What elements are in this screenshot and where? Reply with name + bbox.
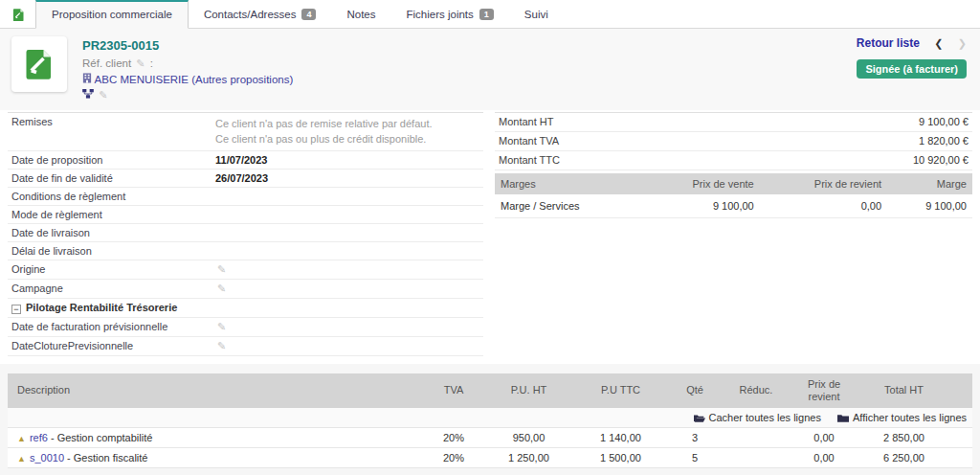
back-to-list-link[interactable]: Retour liste	[857, 36, 920, 50]
field-row-conditions-reglement: Conditions de règlement	[8, 187, 483, 205]
ref-client-line: Réf. client ✎ :	[82, 56, 293, 72]
left-fields-table: Remises Ce client n'a pas de remise rela…	[8, 112, 483, 356]
tab-fichiers-joints[interactable]: Fichiers joints1	[391, 2, 509, 28]
line-qty: 3	[667, 428, 723, 448]
field-value	[212, 241, 483, 260]
field-value	[212, 187, 483, 205]
edit-pencil-icon[interactable]: ✎	[215, 263, 228, 275]
service-icon: ▲	[17, 434, 26, 443]
edit-pencil-icon[interactable]: ✎	[215, 340, 228, 351]
ref-client-separator: :	[150, 57, 153, 69]
edit-pencil-icon[interactable]: ✎	[97, 89, 109, 101]
total-row-ttc: Montant TTC 10 920,00 €	[495, 150, 972, 170]
line-total-ht: 6 250,00	[858, 448, 949, 468]
col-header-description: Description	[8, 373, 424, 408]
banner-info: PR2305-0015 Réf. client ✎ : ABC MENUISER…	[82, 36, 293, 104]
tab-label: Suivi	[524, 9, 548, 20]
margins-header: Marges	[495, 173, 641, 194]
lines-toggle-cell: Cacher toutes les lignes Afficher toutes…	[8, 408, 972, 428]
line-ref-link[interactable]: s_0010	[30, 452, 64, 464]
tab-label: Contacts/Adresses	[204, 9, 297, 20]
tab-label: Proposition commerciale	[52, 9, 172, 20]
field-value	[212, 223, 483, 241]
field-value	[212, 205, 483, 223]
field-value: Ce client n'a pas de remise relative par…	[212, 112, 483, 150]
col-header-actions	[949, 373, 972, 408]
tab-suivi[interactable]: Suivi	[509, 2, 564, 28]
line-cost: 0,00	[790, 428, 858, 448]
line-total-ht: 2 850,00	[858, 428, 949, 448]
total-label: Montant HT	[495, 112, 744, 131]
total-label: Montant TVA	[495, 131, 744, 150]
lines-section: Description TVA P.U. HT P.U TTC Qté Rédu…	[8, 373, 972, 468]
line-row-1: ▲ref6 - Gestion comptabilité 20% 950,00 …	[8, 428, 972, 448]
margin-label: Marge / Services	[495, 194, 641, 218]
line-pu-ttc: 1 140,00	[574, 428, 667, 448]
fields-section: Remises Ce client n'a pas de remise rela…	[0, 110, 980, 364]
line-label: - Gestion fiscalité	[67, 452, 147, 464]
hide-all-lines-link[interactable]: Cacher toutes les lignes	[694, 412, 821, 423]
tab-contacts-adresses[interactable]: Contacts/Adresses4	[189, 2, 332, 28]
proposal-doc-icon	[22, 47, 56, 81]
line-row-2: ▲s_0010 - Gestion fiscalité 20% 1 250,00…	[8, 448, 972, 468]
margins-header: Marge	[887, 173, 972, 194]
edit-pencil-icon[interactable]: ✎	[215, 321, 228, 332]
line-reduc	[723, 428, 790, 448]
field-row-date-fin-validite: Date de fin de validité 26/07/2023	[8, 169, 483, 187]
field-row-remises: Remises Ce client n'a pas de remise rela…	[8, 112, 483, 150]
field-value: ✎	[212, 260, 483, 279]
service-icon: ▲	[17, 454, 26, 464]
total-row-tva: Montant TVA 1 820,00 €	[495, 131, 972, 150]
show-all-lines-label: Afficher toutes les lignes	[853, 412, 967, 423]
tab-notes[interactable]: Notes	[331, 2, 390, 28]
company-link[interactable]: ABC MENUISERIE	[95, 74, 189, 85]
hide-all-lines-label: Cacher toutes les lignes	[709, 412, 821, 423]
next-record-icon: ❯	[958, 37, 967, 49]
margin-value: 9 100,00	[887, 194, 972, 218]
field-label: Remises	[8, 112, 212, 150]
col-header-reduc: Réduc.	[723, 373, 790, 408]
col-header-tva: TVA	[424, 373, 483, 408]
field-row-delai-livraison: Délai de livraison	[8, 241, 483, 260]
total-row-ht: Montant HT 9 100,00 €	[495, 112, 972, 131]
margins-row-services: Marge / Services 9 100,00 0,00 9 100,00	[495, 194, 972, 218]
margin-cost-price: 0,00	[760, 194, 887, 218]
tab-proposition-commerciale[interactable]: Proposition commerciale	[35, 0, 189, 29]
open-folder-icon	[694, 414, 705, 423]
field-row-date-proposition: Date de proposition 11/07/2023	[8, 150, 483, 169]
company-line: ABC MENUISERIE (Autres propositions)	[82, 72, 293, 88]
tab-count-badge: 4	[301, 9, 316, 20]
col-header-prix-de-revient: Prix de revient	[790, 373, 858, 408]
line-ref-link[interactable]: ref6	[30, 432, 48, 443]
remise-note-2: Ce client n'a pas ou plus de crédit disp…	[215, 131, 479, 147]
line-pu-ht: 1 250,00	[483, 448, 574, 468]
tab-count-badge: 1	[479, 9, 494, 20]
field-value: 26/07/2023	[212, 169, 483, 187]
object-banner: PR2305-0015 Réf. client ✎ : ABC MENUISER…	[0, 29, 980, 110]
company-suffix: (Autres propositions)	[191, 74, 293, 85]
field-label: Conditions de règlement	[8, 187, 212, 205]
field-label: Délai de livraison	[8, 241, 212, 260]
margin-selling-price: 9 100,00	[641, 194, 760, 218]
total-label: Montant TTC	[495, 150, 744, 170]
lines-table: Description TVA P.U. HT P.U TTC Qté Rédu…	[8, 373, 972, 468]
edit-pencil-icon[interactable]: ✎	[215, 283, 228, 294]
field-label: Date de fin de validité	[8, 169, 212, 187]
field-row-mode-reglement: Mode de règlement	[8, 205, 483, 223]
col-header-pu-ht: P.U. HT	[483, 373, 574, 408]
edit-pencil-icon[interactable]: ✎	[134, 57, 146, 69]
extrafields-section-row: −Pilotage Rentabilité Trésorerie	[8, 298, 483, 317]
status-badge: Signée (à facturer)	[857, 59, 967, 79]
field-row-origine: Origine ✎	[8, 260, 483, 279]
previous-record-icon[interactable]: ❮	[934, 37, 943, 49]
proposal-ref: PR2305-0015	[82, 37, 293, 56]
field-value: ✎	[212, 317, 483, 336]
extrafields-section-title: Pilotage Rentabilité Trésorerie	[26, 302, 177, 313]
margins-header-row: Marges Prix de vente Prix de revient Mar…	[495, 173, 972, 194]
collapse-section-icon[interactable]: −	[11, 305, 21, 314]
project-sitemap-icon[interactable]	[82, 89, 94, 99]
line-pu-ttc: 1 500,00	[574, 448, 667, 468]
show-all-lines-link[interactable]: Afficher toutes les lignes	[837, 412, 967, 423]
field-label: Date de proposition	[8, 150, 212, 169]
proposal-photo-card	[11, 36, 67, 92]
